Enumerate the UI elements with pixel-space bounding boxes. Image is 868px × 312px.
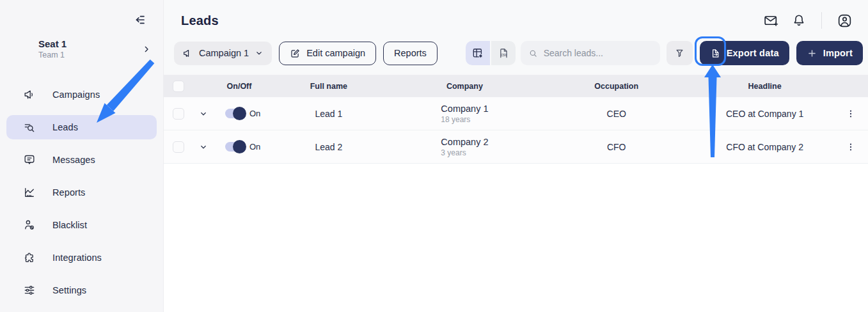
import-button[interactable]: Import [796,41,863,65]
sidebar-item-settings[interactable]: Settings [6,278,157,302]
megaphone-icon [23,88,36,101]
table-settings-icon[interactable] [466,41,490,65]
pencil-icon [290,48,301,59]
cell-headline: CEO at Company 1 [696,109,833,119]
main-content: Leads [164,0,868,312]
row-checkbox[interactable] [173,108,184,120]
chevron-right-icon [141,44,152,54]
collapse-sidebar-icon[interactable] [131,12,148,28]
campaign-selector-label: Campaign 1 [199,48,249,58]
seat-selector[interactable]: Seat 1 Team 1 [38,38,152,59]
divider [821,12,822,29]
kebab-menu-icon[interactable] [846,109,856,119]
file-export-icon [710,48,721,59]
toggle-label: On [249,109,260,118]
svg-text:CSV: CSV [501,54,507,57]
sidebar-item-label: Messages [52,155,95,165]
toolbar: Campaign 1 Edit campaign Reports [174,41,863,65]
cell-company: Company 1 18 years [441,104,488,124]
person-block-icon [23,219,36,231]
row-toggle[interactable] [225,109,245,118]
chart-icon [23,186,36,199]
megaphone-icon [182,48,193,59]
sidebar-item-messages[interactable]: Messages [6,148,157,172]
row-toggle[interactable] [225,142,245,152]
mail-plus-icon[interactable] [761,11,780,30]
import-label: Import [823,48,853,58]
main-header-area: Leads [164,0,868,75]
cell-occupation: CFO [537,142,696,152]
leads-table: On/Off Full name Company Occupation Head… [164,75,868,164]
table-row: On Lead 1 Company 1 18 years CEO CEO at … [164,97,868,130]
reports-label: Reports [394,48,427,58]
search-icon [528,48,538,59]
bell-icon[interactable] [789,11,809,30]
plus-icon [807,48,817,59]
sidebar-item-integrations[interactable]: Integrations [6,246,157,270]
sidebar-nav: Campaigns Leads Messages [0,82,163,302]
sidebar-item-leads[interactable]: Leads [6,115,157,139]
filter-button[interactable] [667,41,693,65]
export-data-label: Export data [727,48,779,58]
funnel-icon [674,47,686,59]
cell-occupation: CEO [537,109,696,119]
sidebar-item-label: Reports [52,187,85,198]
column-header-company: Company [393,82,537,91]
sidebar: Seat 1 Team 1 Campaigns Leads [0,0,164,312]
edit-campaign-button[interactable]: Edit campaign [279,42,376,65]
column-header-occupation: Occupation [537,82,696,91]
sidebar-item-label: Leads [52,122,78,132]
select-all-checkbox[interactable] [173,81,184,92]
cell-headline: CFO at Company 2 [696,142,833,152]
reports-button[interactable]: Reports [383,42,438,65]
sliders-icon [23,284,36,297]
table-header-row: On/Off Full name Company Occupation Head… [164,75,868,97]
seat-team: Team 1 [38,51,67,59]
page-title: Leads [181,13,219,28]
column-header-onoff: On/Off [214,82,265,91]
edit-campaign-label: Edit campaign [306,48,365,58]
puzzle-icon [23,251,36,264]
campaign-selector[interactable]: Campaign 1 [174,42,272,65]
chevron-down-icon [255,49,264,58]
sidebar-item-label: Blacklist [52,220,87,230]
cell-full-name: Lead 1 [265,109,393,119]
chat-bubble-icon [23,153,36,166]
chevron-down-icon[interactable] [199,143,208,152]
search-box [521,41,660,65]
sidebar-item-label: Campaigns [52,90,100,100]
column-header-fullname: Full name [265,82,393,91]
cell-full-name: Lead 2 [265,142,393,152]
view-toggle: CSV [466,41,516,65]
lead-search-icon [23,121,36,134]
sidebar-item-label: Integrations [52,253,102,263]
kebab-menu-icon[interactable] [846,142,856,152]
search-input[interactable] [544,48,652,58]
cell-company: Company 2 3 years [441,137,488,157]
toggle-label: On [249,142,260,152]
chevron-down-icon[interactable] [199,109,208,118]
sidebar-item-blacklist[interactable]: Blacklist [6,213,157,237]
export-data-button[interactable]: Export data [700,41,789,65]
seat-name: Seat 1 [38,38,67,49]
table-row: On Lead 2 Company 2 3 years CFO CFO at C… [164,130,868,164]
sidebar-item-reports[interactable]: Reports [6,180,157,205]
sidebar-item-label: Settings [52,285,86,295]
profile-icon[interactable] [835,11,854,30]
sidebar-item-campaigns[interactable]: Campaigns [6,82,157,107]
column-header-headline: Headline [696,82,833,91]
row-checkbox[interactable] [173,141,184,153]
csv-file-icon[interactable]: CSV [491,41,516,65]
